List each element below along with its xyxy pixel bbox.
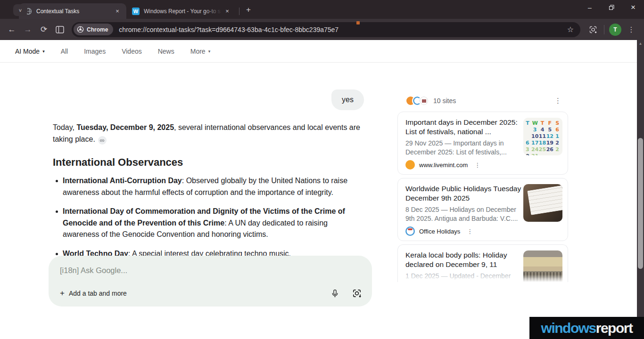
card-source-name[interactable]: Office Holidays — [419, 228, 460, 235]
search-nav-bar: AI Mode ▾ All Images Videos News More ▾ — [0, 40, 637, 63]
card-snippet: 29 Nov 2025 — Important days in December… — [405, 139, 523, 156]
observances-list: International Anti-Corruption Day: Obser… — [53, 175, 360, 267]
section-heading: International Observances — [53, 156, 183, 169]
list-item: International Day of Commemoration and D… — [53, 206, 360, 241]
close-window-button[interactable]: × — [622, 0, 644, 15]
lens-camera-icon[interactable] — [352, 289, 362, 298]
tab-contextual-tasks[interactable]: Contextual Tasks × — [19, 3, 126, 19]
ask-box-icons — [330, 289, 362, 298]
nav-label: All — [61, 48, 68, 55]
card-text: Important days in December 2025: List of… — [405, 118, 523, 170]
address-bar[interactable]: Chrome chrome://contextual-tasks/?task=d… — [72, 22, 580, 37]
card-text: Worldwide Public Holidays Tuesday Decemb… — [405, 184, 523, 236]
card-fade-overlay — [398, 274, 568, 282]
back-button[interactable]: ← — [4, 22, 20, 38]
windows-report-favicon: W — [132, 8, 140, 15]
card-menu-icon[interactable]: ⋮ — [474, 161, 480, 169]
tab-all[interactable]: All — [61, 48, 68, 55]
recording-indicator-dot — [356, 21, 360, 24]
card-title[interactable]: Kerala local body polls: Holiday declare… — [405, 250, 523, 269]
toolbar-separator — [604, 25, 604, 34]
tab-strip: ˅ Contextual Tasks × W Windows Report - … — [0, 0, 644, 19]
restore-button[interactable] — [601, 0, 622, 15]
citation-link-icon[interactable] — [98, 136, 107, 145]
nav-label: News — [158, 48, 174, 55]
sources-sidebar: 10 sites ⋮ Important days in December 20… — [397, 93, 568, 282]
add-tab-label: Add a tab and more — [69, 290, 127, 297]
card-menu-icon[interactable]: ⋮ — [467, 228, 473, 235]
officeholidays-favicon-icon — [405, 226, 415, 236]
livemint-favicon-icon — [405, 160, 415, 170]
ai-intro-paragraph: Today, Tuesday, December 9, 2025, severa… — [53, 122, 368, 145]
source-favicons — [405, 96, 429, 106]
chevron-down-icon: ▾ — [42, 49, 45, 54]
lens-search-icon[interactable] — [585, 22, 601, 38]
side-panel-icon[interactable] — [52, 22, 68, 38]
close-tab-icon[interactable]: × — [113, 7, 122, 16]
ask-input-placeholder: [i18n] Ask Google... — [60, 266, 361, 275]
ask-google-input[interactable]: [i18n] Ask Google... + Add a tab and mor… — [49, 256, 372, 307]
nav-label: More — [190, 48, 206, 55]
card-title[interactable]: Important days in December 2025: List of… — [405, 118, 523, 137]
chevron-down-icon: ▾ — [208, 49, 211, 54]
card-source-row: www.livemint.com ⋮ — [405, 160, 523, 170]
source-card-officeholidays[interactable]: Worldwide Public Holidays Tuesday Decemb… — [397, 178, 568, 241]
minimize-button[interactable]: – — [579, 0, 601, 15]
ask-box-toolbar: + Add a tab and more — [60, 289, 362, 298]
browser-menu-icon[interactable]: ⋮ — [623, 22, 639, 38]
news-favicon-icon — [419, 96, 429, 106]
source-card-kerala[interactable]: Kerala local body polls: Holiday declare… — [397, 244, 568, 282]
tab-windows-report[interactable]: W Windows Report - Your go-to s × — [126, 3, 236, 19]
chevron-down-icon: ˅ — [19, 8, 22, 13]
reload-button[interactable]: ⟳ — [36, 22, 52, 38]
nav-label: Videos — [122, 48, 142, 55]
desk-calendar-thumbnail[interactable] — [523, 184, 562, 222]
add-tab-button[interactable]: + Add a tab and more — [60, 289, 127, 298]
source-card-livemint[interactable]: Important days in December 2025: List of… — [397, 112, 568, 175]
close-tab-icon[interactable]: × — [223, 7, 231, 16]
tab-divider — [239, 8, 239, 15]
chrome-logo-icon — [77, 26, 84, 33]
nav-label: AI Mode — [15, 48, 40, 55]
plus-icon: + — [60, 289, 65, 298]
card-snippet: 8 Dec 2025 — Holidays on December 9th 20… — [405, 205, 523, 223]
card-text: Kerala local body polls: Holiday declare… — [405, 250, 523, 277]
card-source-name[interactable]: www.livemint.com — [419, 161, 468, 169]
observance-term: International Anti-Corruption Day — [63, 177, 182, 185]
tab-ai-mode[interactable]: AI Mode ▾ — [15, 48, 45, 55]
nav-label: Images — [84, 48, 106, 55]
intro-prefix: Today, — [53, 123, 76, 131]
tab-images[interactable]: Images — [84, 48, 106, 55]
url-text[interactable]: chrome://contextual-tasks/?task=d9664743… — [119, 26, 565, 33]
tab-news[interactable]: News — [158, 48, 174, 55]
tab-more[interactable]: More ▾ — [190, 48, 210, 55]
tab-title: Contextual Tasks — [36, 8, 113, 15]
scroll-up-icon[interactable]: ▲ — [637, 41, 644, 46]
profile-avatar[interactable]: T — [609, 24, 621, 36]
bookmark-star-icon[interactable]: ☆ — [565, 25, 576, 34]
watermark-part1: windows — [541, 320, 596, 336]
sources-header[interactable]: 10 sites ⋮ — [397, 93, 568, 108]
chrome-chip-label: Chrome — [87, 26, 108, 33]
page-scrollbar[interactable]: ▲ — [637, 40, 644, 339]
window-controls: – × — [579, 0, 644, 15]
browser-chrome: ˅ Contextual Tasks × W Windows Report - … — [0, 0, 644, 40]
chrome-chip[interactable]: Chrome — [74, 24, 113, 35]
card-source-row: Office Holidays ⋮ — [405, 226, 523, 236]
card-title[interactable]: Worldwide Public Holidays Tuesday Decemb… — [405, 184, 523, 203]
watermark-part2: report — [596, 320, 633, 336]
microphone-icon[interactable] — [330, 289, 339, 298]
tab-search-button[interactable]: ˅ — [13, 4, 27, 16]
sites-count-label: 10 sites — [433, 97, 456, 105]
list-item: International Anti-Corruption Day: Obser… — [53, 175, 360, 198]
browser-toolbar: ← → ⟳ Chrome chrome://contextual-tasks/?… — [0, 19, 644, 40]
windowsreport-watermark: windowsreport — [529, 317, 644, 339]
page-content: AI Mode ▾ All Images Videos News More ▾ … — [0, 40, 637, 339]
tab-videos[interactable]: Videos — [122, 48, 142, 55]
sources-menu-icon[interactable]: ⋮ — [552, 97, 564, 105]
calendar-thumbnail[interactable]: TWTFS345610111216171819232425262031 — [523, 118, 562, 155]
forward-button[interactable]: → — [20, 22, 36, 38]
user-message-bubble: yes — [331, 89, 364, 110]
new-tab-button[interactable]: + — [242, 4, 255, 16]
scrollbar-thumb[interactable] — [638, 138, 643, 269]
